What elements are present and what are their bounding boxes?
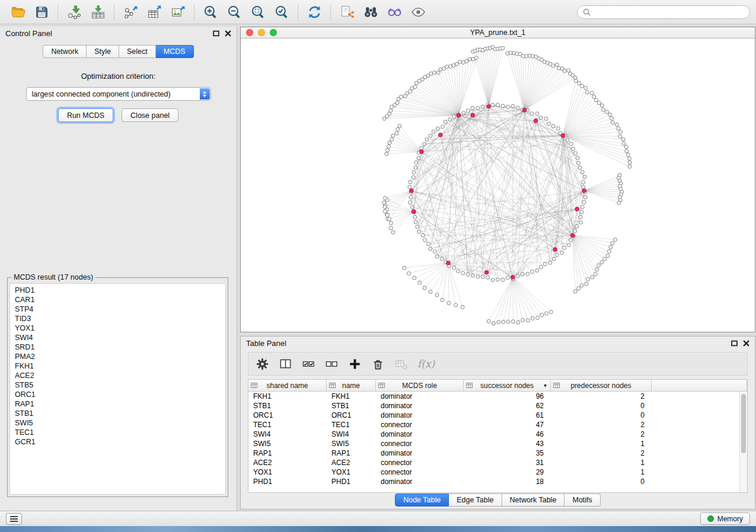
open-session-icon — [10, 4, 26, 20]
export-table-button[interactable] — [142, 2, 166, 22]
tab-network[interactable]: Network — [43, 45, 87, 58]
table-row[interactable]: ACE2ACE2connector311 — [248, 458, 739, 467]
table-row[interactable]: PHD1PHD1dominator180 — [248, 477, 739, 486]
toggle-columns-button[interactable] — [276, 355, 294, 373]
mcds-result-list[interactable]: PHD1CAR1STP4TID3YOX1SWI4SRD1PMA2FKH1ACE2… — [9, 283, 226, 495]
deselect-all-button[interactable] — [323, 355, 340, 373]
tab-motifs[interactable]: Motifs — [564, 493, 600, 507]
control-panel-tabs: NetworkStyleSelectMCDS — [0, 45, 237, 58]
share-document-button[interactable] — [335, 2, 359, 22]
zoom-in-button[interactable] — [199, 2, 222, 22]
mcds-result-item[interactable]: TEC1 — [10, 428, 225, 437]
close-window-icon[interactable] — [246, 29, 253, 36]
mcds-result-item[interactable]: STB5 — [10, 380, 225, 390]
share-document-icon — [339, 4, 355, 20]
mcds-result-item[interactable]: ACE2 — [10, 371, 225, 380]
table-row[interactable]: SWI4SWI4dominator462 — [248, 430, 739, 439]
function-builder-label[interactable]: f(x) — [417, 358, 435, 370]
table-row[interactable]: RAP1RAP1dominator352 — [248, 448, 739, 458]
export-network-button[interactable] — [119, 2, 142, 22]
float-panel-icon[interactable] — [213, 30, 219, 37]
cell-shared-name: SWI4 — [248, 430, 327, 439]
minimize-window-icon[interactable] — [258, 29, 265, 36]
refresh-view-button[interactable] — [302, 2, 326, 22]
tab-select[interactable]: Select — [119, 45, 156, 58]
import-network-button[interactable] — [62, 2, 86, 22]
mcds-result-item[interactable]: RAP1 — [10, 399, 225, 409]
memory-button[interactable]: Memory — [700, 512, 750, 525]
cell-mcds-role: connector — [376, 458, 464, 467]
settings-button[interactable] — [253, 355, 271, 373]
tab-node-table[interactable]: Node Table — [395, 493, 449, 507]
table-row[interactable]: STB1STB1dominator620 — [248, 401, 739, 411]
network-graph[interactable] — [241, 39, 755, 332]
mcds-result-item[interactable]: CAR1 — [10, 295, 225, 305]
table-row[interactable]: FKH1FKH1dominator962 — [248, 392, 739, 401]
mcds-result-item[interactable]: PMA2 — [10, 352, 225, 361]
column-header-MCDS-role[interactable]: MCDS role — [376, 380, 464, 391]
cell-name: ORC1 — [327, 411, 376, 420]
network-canvas[interactable] — [241, 39, 755, 332]
search-input[interactable] — [594, 8, 744, 16]
table-scrollbar-thumb[interactable] — [741, 394, 746, 453]
mcds-result-item[interactable]: STP4 — [10, 305, 225, 314]
zoom-selected-button[interactable] — [270, 2, 294, 22]
tab-mcds[interactable]: MCDS — [156, 45, 194, 58]
table-row[interactable]: SWI5SWI5connector431 — [248, 439, 739, 448]
cell-filler — [652, 392, 739, 401]
cell-predecessor-nodes: 2 — [551, 392, 652, 401]
table-row[interactable]: TEC1TEC1connector472 — [248, 420, 739, 430]
cell-filler — [652, 401, 739, 411]
close-panel-button[interactable]: Close panel — [122, 108, 178, 122]
import-table-button[interactable] — [86, 2, 110, 22]
tab-edge-table[interactable]: Edge Table — [449, 493, 502, 507]
cell-successor-nodes: 46 — [464, 430, 551, 439]
hide-graphics-details-button[interactable] — [382, 2, 406, 22]
task-history-button[interactable] — [6, 513, 22, 525]
search-binoculars-button[interactable] — [359, 2, 382, 22]
run-mcds-button[interactable]: Run MCDS — [58, 108, 113, 122]
close-panel-icon[interactable] — [225, 30, 231, 37]
mcds-result-item[interactable]: FKH1 — [10, 361, 225, 371]
table-row[interactable]: YOX1YOX1connector291 — [248, 467, 739, 477]
cell-mcds-role: dominator — [376, 477, 464, 486]
save-session-button[interactable] — [30, 2, 53, 22]
column-header-shared-name[interactable]: shared name — [248, 380, 327, 391]
delete-row-button[interactable] — [369, 355, 387, 373]
zoom-out-button[interactable] — [222, 2, 246, 22]
show-graphics-details-button[interactable] — [406, 2, 430, 22]
mcds-result-item[interactable]: PHD1 — [10, 286, 225, 295]
float-table-panel-icon[interactable] — [731, 340, 738, 347]
mcds-result-item[interactable]: YOX1 — [10, 323, 225, 333]
tab-style[interactable]: Style — [87, 45, 119, 58]
table-scrollbar[interactable] — [739, 392, 747, 492]
mcds-result-item[interactable]: STB1 — [10, 409, 225, 418]
add-row-button[interactable] — [346, 355, 363, 373]
network-view-title: YPA_prune.txt_1 — [241, 28, 755, 37]
mcds-result-item[interactable]: SWI5 — [10, 418, 225, 428]
mcds-result-item[interactable]: TID3 — [10, 314, 225, 323]
column-header-successor-nodes[interactable]: successor nodes▾ — [464, 380, 551, 391]
zoom-fit-button[interactable] — [246, 2, 270, 22]
criterion-select[interactable]: largest connected component (undirected) — [26, 87, 211, 101]
cell-mcds-role: connector — [376, 439, 464, 448]
tab-network-table[interactable]: Network Table — [502, 493, 565, 507]
mcds-result-item[interactable]: SWI4 — [10, 333, 225, 342]
mcds-result-item[interactable]: GCR1 — [10, 437, 225, 447]
close-table-panel-icon[interactable] — [743, 340, 749, 347]
export-image-button[interactable] — [166, 2, 190, 22]
open-session-button[interactable] — [6, 2, 30, 22]
maximize-window-icon[interactable] — [270, 29, 277, 36]
toolbar-separator — [114, 4, 114, 20]
table-row[interactable]: ORC1ORC1dominator610 — [248, 411, 739, 420]
table-mode-button[interactable] — [392, 355, 410, 373]
select-all-button[interactable] — [299, 355, 317, 373]
column-header-name[interactable]: name — [327, 380, 376, 391]
cell-name: YOX1 — [327, 467, 376, 477]
column-header-predecessor-nodes[interactable]: predecessor nodes — [551, 380, 652, 391]
search-box[interactable] — [577, 5, 750, 19]
mcds-result-item[interactable]: SRD1 — [10, 342, 225, 352]
mcds-result-item[interactable]: ORC1 — [10, 390, 225, 399]
network-view-titlebar: YPA_prune.txt_1 — [241, 27, 755, 39]
column-header-label: successor nodes — [480, 382, 534, 390]
